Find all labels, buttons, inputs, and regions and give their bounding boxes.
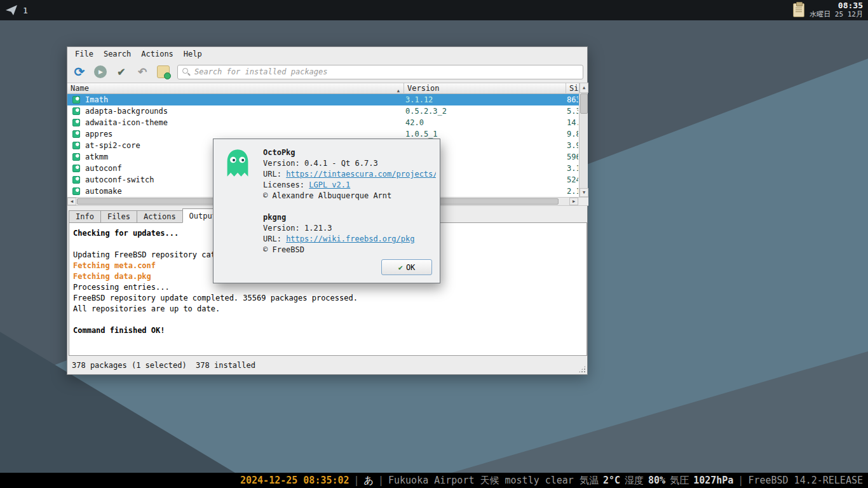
- tab-actions[interactable]: Actions: [137, 210, 183, 223]
- dialog-blank-line: [263, 201, 436, 212]
- output-blank-line: [73, 315, 587, 325]
- table-header: Name ▲ Version Siz: [67, 83, 579, 94]
- os-release-label: FreeBSD 14.2-RELEASE: [748, 475, 863, 486]
- vertical-scroll-thumb[interactable]: [580, 93, 588, 114]
- vertical-scrollbar[interactable]: ▲ ▼: [579, 83, 588, 197]
- about-dialog: OctoPkg Version: 0.4.1 - Qt 6.7.3 URL: h…: [213, 139, 440, 283]
- license-link[interactable]: LGPL v2.1: [309, 180, 350, 189]
- pressure-label: 気圧: [670, 475, 689, 487]
- clock-time: 08:35: [810, 1, 863, 11]
- ok-button-label: OK: [406, 263, 415, 272]
- status-separator: |: [378, 475, 384, 486]
- status-separator: |: [738, 475, 743, 486]
- scrollbar-corner: [579, 198, 588, 205]
- output-line: Processing entries...: [73, 282, 587, 293]
- apply-transaction-button[interactable]: ▶: [92, 64, 109, 80]
- package-icon: [72, 165, 80, 172]
- clock-date: 水曜日 25 12月: [810, 11, 863, 19]
- commit-button[interactable]: ✔: [113, 64, 130, 80]
- package-icon: [72, 119, 80, 126]
- octopkg-ghost-icon: [224, 148, 252, 180]
- refresh-button[interactable]: ⟳: [71, 64, 88, 80]
- weather-location-label: Fukuoka Airport 天候 mostly clear 気温: [388, 475, 599, 487]
- column-header-size[interactable]: Siz: [566, 83, 579, 95]
- search-icon: [182, 68, 188, 74]
- package-icon: [72, 153, 80, 161]
- table-row[interactable]: adwaita-icon-theme 42.0 14.: [67, 117, 579, 128]
- resize-grip[interactable]: [578, 365, 586, 373]
- bottom-status-bar: 2024-12-25 08:35:02 | あ | Fukuoka Airpor…: [0, 473, 868, 488]
- pkg-url-line: URL: https://wiki.freebsd.org/pkg: [263, 234, 436, 245]
- license-line: Licenses: LGPL v2.1: [263, 180, 436, 191]
- launcher-paper-plane-icon[interactable]: [5, 4, 18, 17]
- pkg-version: Version: 1.21.3: [263, 223, 436, 234]
- workspace-indicator[interactable]: 1: [23, 6, 28, 15]
- table-row[interactable]: adapta-backgrounds 0.5.2.3_2 5.3: [67, 105, 579, 117]
- scroll-up-button[interactable]: ▲: [580, 83, 588, 93]
- tab-files[interactable]: Files: [100, 210, 137, 223]
- top-panel: 1 08:35 水曜日 25 12月: [0, 0, 868, 20]
- check-icon: ✔: [117, 66, 125, 78]
- scroll-down-button[interactable]: ▼: [580, 188, 588, 197]
- ok-button[interactable]: ✔ OK: [381, 259, 432, 275]
- search-input[interactable]: [177, 65, 583, 79]
- status-datetime: 2024-12-25 08:35:02: [240, 475, 349, 486]
- output-line: Command finished OK!: [73, 325, 587, 336]
- app-url-line: URL: https://tintaescura.com/projects/oc…: [263, 169, 436, 180]
- package-icon: [72, 187, 80, 195]
- sort-ascending-icon: ▲: [397, 86, 400, 95]
- menubar: File Search Actions Help: [67, 47, 587, 61]
- app-version: Version: 0.4.1 - Qt 6.7.3: [263, 158, 436, 169]
- weather-temperature: 2°C: [603, 475, 620, 486]
- package-icon: [72, 107, 80, 115]
- clock-widget: 08:35 水曜日 25 12月: [810, 1, 863, 19]
- pkg-copyright: © FreeBSD: [263, 245, 436, 255]
- column-header-name[interactable]: Name ▲: [67, 83, 404, 95]
- window-statusbar: 378 packages (1 selected) 378 installed: [67, 356, 587, 374]
- clipboard-icon[interactable]: [793, 3, 804, 17]
- scroll-left-button[interactable]: ◀: [67, 198, 76, 205]
- package-icon: [72, 176, 80, 184]
- app-url-link[interactable]: https://tintaescura.com/projects/octopkg: [286, 170, 436, 179]
- package-filter-button[interactable]: [155, 64, 172, 80]
- toolbar: ⟳ ▶ ✔ ↶: [67, 61, 587, 83]
- about-dialog-text: OctoPkg Version: 0.4.1 - Qt 6.7.3 URL: h…: [263, 147, 436, 255]
- package-count-status: 378 packages (1 selected) 378 installed: [72, 361, 255, 370]
- detail-tabbar: Info Files Actions Output: [69, 208, 223, 223]
- ok-check-icon: ✔: [398, 263, 403, 272]
- menu-help[interactable]: Help: [179, 48, 207, 60]
- undo-icon: ↶: [138, 65, 147, 79]
- package-box-icon: [157, 65, 170, 78]
- status-separator: |: [354, 475, 360, 486]
- menu-search[interactable]: Search: [98, 48, 136, 60]
- pkg-name: pkgng: [263, 212, 436, 223]
- package-icon: [72, 130, 80, 138]
- ime-indicator: あ: [364, 475, 374, 487]
- output-line: All repositories are up to date.: [73, 304, 587, 315]
- humidity-value: 80%: [648, 475, 665, 486]
- pressure-value: 1027hPa: [693, 475, 733, 486]
- tab-info[interactable]: Info: [69, 210, 101, 223]
- rollback-button[interactable]: ↶: [134, 64, 151, 80]
- package-icon: [72, 96, 80, 104]
- humidity-label: 湿度: [625, 475, 644, 487]
- scroll-right-button[interactable]: ▶: [569, 198, 578, 205]
- table-row[interactable]: Imath 3.1.12 863: [67, 94, 579, 105]
- output-line: FreeBSD repository update completed. 355…: [73, 293, 587, 304]
- column-header-version[interactable]: Version: [404, 83, 566, 95]
- menu-file[interactable]: File: [70, 48, 98, 60]
- app-copyright: © Alexandre Albuquerque Arnt: [263, 191, 436, 201]
- desktop-stage: 1 08:35 水曜日 25 12月 File Search Actions H…: [0, 0, 868, 488]
- app-name: OctoPkg: [263, 147, 436, 158]
- menu-actions[interactable]: Actions: [136, 48, 179, 60]
- run-icon: ▶: [94, 65, 107, 78]
- refresh-icon: ⟳: [74, 64, 85, 79]
- pkg-url-link[interactable]: https://wiki.freebsd.org/pkg: [286, 234, 414, 243]
- search-box: [177, 65, 583, 79]
- package-icon: [72, 142, 80, 149]
